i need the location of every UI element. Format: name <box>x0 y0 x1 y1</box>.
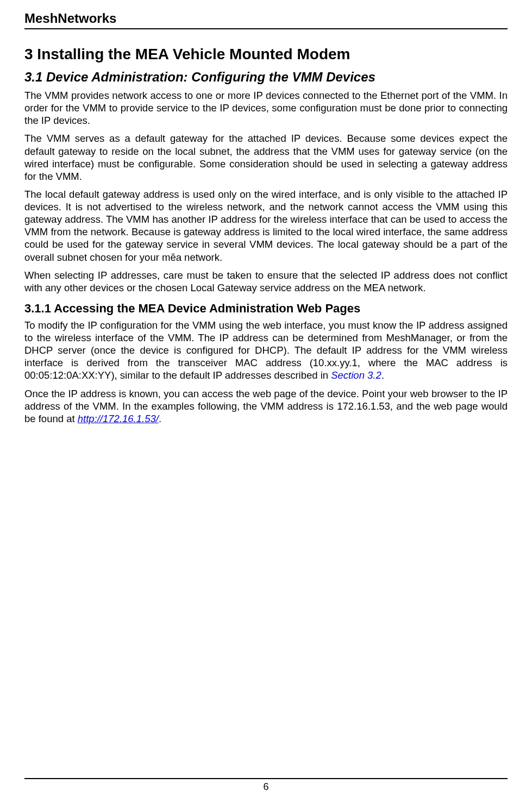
heading-level-1: 3 Installing the MEA Vehicle Mounted Mod… <box>24 46 508 63</box>
heading-level-2: 3.1 Device Administration: Configuring t… <box>24 70 508 85</box>
paragraph-text-end: . <box>381 369 384 381</box>
paragraph-text-end: . <box>159 413 161 424</box>
paragraph-web-access: To modify the IP configuration for the V… <box>24 319 508 382</box>
url-link[interactable]: http://172.16.1.53/ <box>78 413 159 424</box>
paragraph-ip-known: Once the IP address is known, you can ac… <box>24 387 508 425</box>
document-header-title: MeshNetworks <box>24 11 508 29</box>
heading-level-3: 3.1.1 Accessing the MEA Device Administr… <box>24 302 508 316</box>
section-reference-link[interactable]: Section 3.2 <box>331 369 381 381</box>
page-footer: 6 <box>24 778 508 793</box>
paragraph-ip-conflict: When selecting IP addresses, care must b… <box>24 269 508 294</box>
paragraph-text: To modify the IP configuration for the V… <box>24 319 508 381</box>
paragraph-intro: The VMM provides network access to one o… <box>24 89 508 127</box>
paragraph-local-gateway: The local default gateway address is use… <box>24 188 508 264</box>
paragraph-gateway: The VMM serves as a default gateway for … <box>24 132 508 183</box>
page-number: 6 <box>263 781 268 792</box>
